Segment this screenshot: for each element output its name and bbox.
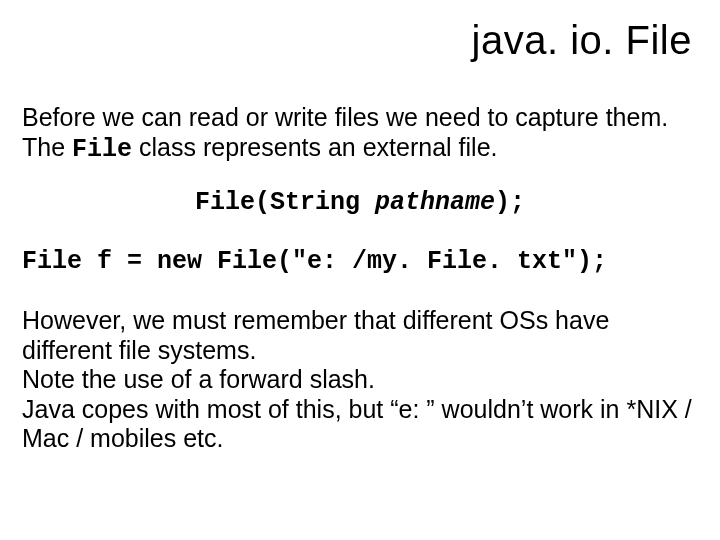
notes-paragraph: However, we must remember that different… (22, 306, 698, 454)
slide-title: java. io. File (22, 18, 692, 63)
intro-paragraph: Before we can read or write files we nee… (22, 103, 698, 164)
constructor-signature: File(String pathname); (22, 188, 698, 217)
slide: java. io. File Before we can read or wri… (0, 0, 720, 540)
notes-line-2: Note the use of a forward slash. (22, 365, 375, 393)
notes-line-3: Java copes with most of this, but “e: ” … (22, 395, 692, 453)
code-example: File f = new File("e: /my. File. txt"); (22, 247, 698, 276)
intro-text-2: class represents an external file. (132, 133, 497, 161)
file-class-name: File (72, 135, 132, 164)
notes-line-1: However, we must remember that different… (22, 306, 609, 364)
sig-prefix: File(String (195, 188, 375, 217)
sig-param: pathname (375, 188, 495, 217)
sig-suffix: ); (495, 188, 525, 217)
